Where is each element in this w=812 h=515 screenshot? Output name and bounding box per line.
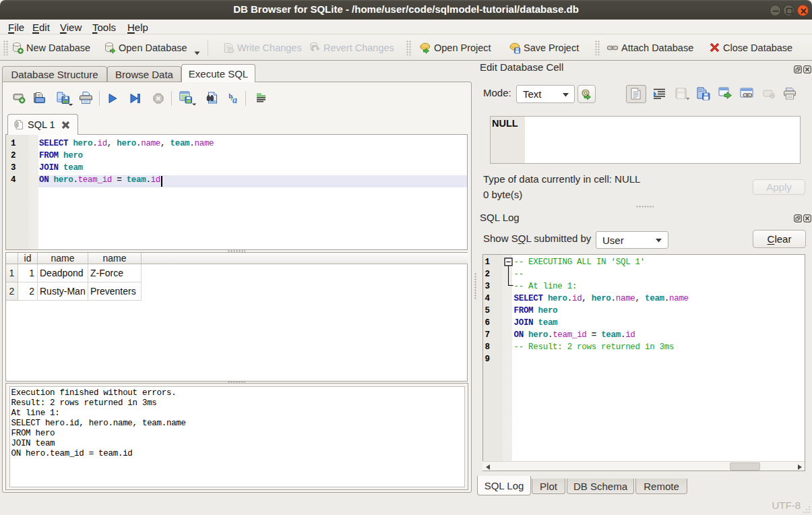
svg-text:a: a [232,95,237,104]
